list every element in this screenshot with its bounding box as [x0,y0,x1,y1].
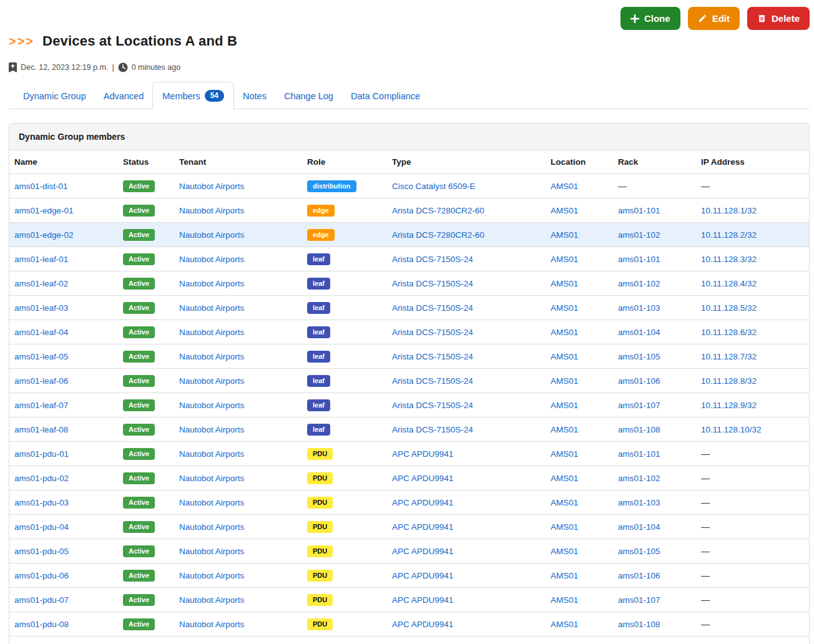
clone-button[interactable]: Clone [620,7,680,30]
device-name-link[interactable]: ams01-pdu-06 [14,571,69,580]
location-link[interactable]: AMS01 [551,279,578,288]
location-link[interactable]: AMS01 [551,230,578,240]
device-name-link[interactable]: ams01-leaf-01 [14,255,68,264]
tab-dynamic-group[interactable]: Dynamic Group [14,82,95,109]
tenant-link[interactable]: Nautobot Airports [179,255,244,264]
ip-address-link[interactable]: 10.11.128.10/32 [701,425,762,434]
tenant-link[interactable]: Nautobot Airports [179,230,244,240]
location-link[interactable]: AMS01 [551,522,578,532]
location-link[interactable]: AMS01 [551,401,578,410]
column-header-tenant[interactable]: Tenant [174,150,302,174]
role-badge[interactable]: PDU [307,472,333,484]
rack-link[interactable]: ams01-102 [618,474,660,483]
device-name-link[interactable]: ams01-pdu-01 [14,449,69,459]
delete-button[interactable]: Delete [747,7,810,30]
role-badge[interactable]: leaf [307,302,330,314]
status-badge[interactable]: Active [123,448,155,460]
location-link[interactable]: AMS01 [551,498,578,507]
column-header-type[interactable]: Type [387,150,546,174]
ip-address-link[interactable]: 10.11.128.8/32 [701,376,757,386]
location-link[interactable]: AMS01 [551,206,578,215]
tenant-link[interactable]: Nautobot Airports [179,303,244,313]
device-type-link[interactable]: Arista DCS-7280CR2-60 [392,206,484,215]
tenant-link[interactable]: Nautobot Airports [179,376,244,386]
rack-link[interactable]: ams01-102 [618,230,660,240]
status-badge[interactable]: Active [123,351,155,363]
tab-change-log[interactable]: Change Log [275,82,342,109]
device-name-link[interactable]: ams01-leaf-06 [14,376,68,386]
ip-address-link[interactable]: 10.11.128.4/32 [701,279,757,288]
status-badge[interactable]: Active [123,180,155,192]
location-link[interactable]: AMS01 [551,595,578,605]
tab-notes[interactable]: Notes [234,82,275,109]
tab-data-compliance[interactable]: Data Compliance [342,82,429,109]
role-badge[interactable]: PDU [307,497,333,509]
column-header-name[interactable]: Name [9,150,118,174]
device-name-link[interactable]: ams01-leaf-04 [14,328,68,337]
device-type-link[interactable]: APC APDU9941 [392,571,453,580]
role-badge[interactable]: PDU [307,521,333,533]
status-badge[interactable]: Active [123,326,155,338]
tenant-link[interactable]: Nautobot Airports [179,401,244,410]
status-badge[interactable]: Active [123,229,155,241]
tenant-link[interactable]: Nautobot Airports [179,206,244,215]
status-badge[interactable]: Active [123,618,155,630]
location-link[interactable]: AMS01 [551,425,578,434]
device-type-link[interactable]: APC APDU9941 [392,522,453,532]
device-type-link[interactable]: APC APDU9941 [392,620,453,629]
role-badge[interactable]: leaf [307,278,330,290]
status-badge[interactable]: Active [123,472,155,484]
rack-link[interactable]: ams01-107 [618,595,660,605]
device-name-link[interactable]: ams01-edge-01 [14,206,74,215]
role-badge[interactable]: PDU [307,545,333,557]
status-badge[interactable]: Active [123,278,155,290]
location-link[interactable]: AMS01 [551,303,578,313]
device-type-link[interactable]: Arista DCS-7150S-24 [392,255,473,264]
role-badge[interactable]: distribution [307,180,356,192]
rack-link[interactable]: ams01-108 [618,425,660,434]
column-header-ip[interactable]: IP Address [696,150,809,174]
ip-address-link[interactable]: 10.11.128.7/32 [701,352,757,361]
device-name-link[interactable]: ams01-pdu-03 [14,498,69,507]
role-badge[interactable]: leaf [307,253,330,265]
device-name-link[interactable]: ams01-pdu-04 [14,522,69,532]
location-link[interactable]: AMS01 [551,449,578,459]
status-badge[interactable]: Active [123,570,155,582]
ip-address-link[interactable]: 10.11.128.5/32 [701,303,757,313]
role-badge[interactable]: PDU [307,570,333,582]
column-header-location[interactable]: Location [546,150,613,174]
tenant-link[interactable]: Nautobot Airports [179,352,244,361]
role-badge[interactable]: PDU [307,618,333,630]
rack-link[interactable]: ams01-101 [618,449,660,459]
location-link[interactable]: AMS01 [551,352,578,361]
rack-link[interactable]: ams01-101 [618,206,660,215]
device-name-link[interactable]: ams01-leaf-05 [14,352,68,361]
status-badge[interactable]: Active [123,594,155,606]
role-badge[interactable]: PDU [307,448,333,460]
status-badge[interactable]: Active [123,375,155,387]
role-badge[interactable]: leaf [307,351,330,363]
rack-link[interactable]: ams01-105 [618,547,660,556]
status-badge[interactable]: Active [123,545,155,557]
status-badge[interactable]: Active [123,302,155,314]
location-link[interactable]: AMS01 [551,547,578,556]
column-header-rack[interactable]: Rack [613,150,696,174]
device-type-link[interactable]: APC APDU9941 [392,595,453,605]
status-badge[interactable]: Active [123,253,155,265]
column-header-role[interactable]: Role [302,150,387,174]
tenant-link[interactable]: Nautobot Airports [179,620,244,629]
tenant-link[interactable]: Nautobot Airports [179,279,244,288]
status-badge[interactable]: Active [123,399,155,411]
rack-link[interactable]: ams01-106 [618,376,660,386]
column-header-status[interactable]: Status [118,150,174,174]
ip-address-link[interactable]: 10.11.128.3/32 [701,255,757,264]
tenant-link[interactable]: Nautobot Airports [179,571,244,580]
device-name-link[interactable]: ams01-pdu-05 [14,547,69,556]
edit-button[interactable]: Edit [688,7,740,30]
tenant-link[interactable]: Nautobot Airports [179,474,244,483]
ip-address-link[interactable]: 10.11.128.6/32 [701,328,757,337]
device-type-link[interactable]: Arista DCS-7150S-24 [392,376,473,386]
device-name-link[interactable]: ams01-leaf-07 [14,401,68,410]
device-type-link[interactable]: Arista DCS-7150S-24 [392,425,473,434]
role-badge[interactable]: leaf [307,399,330,411]
